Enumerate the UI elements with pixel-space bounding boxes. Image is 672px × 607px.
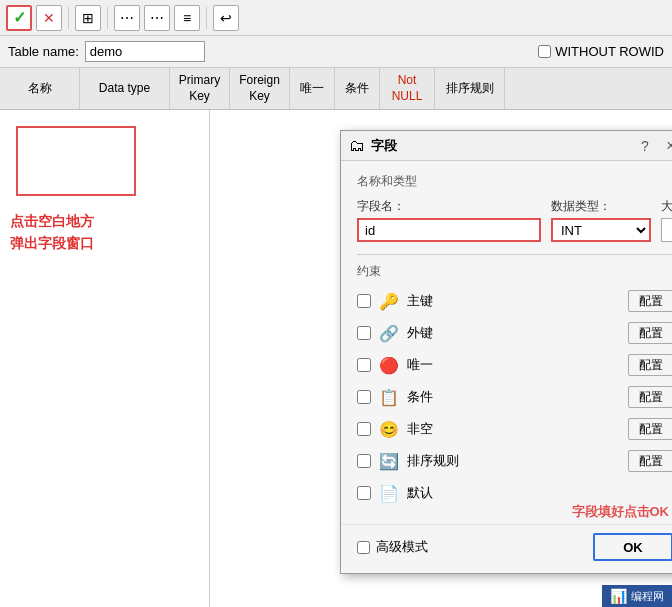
close-toolbar-button[interactable]: ✕ [36, 5, 62, 31]
check-icon: ✓ [13, 8, 26, 27]
dialog-footer: 高级模式 OK [341, 524, 672, 573]
col-header-sort: 排序规则 [435, 68, 505, 109]
main-window: ✓ ✕ ⊞ ⋯ ⋯ ≡ ↩ Table name: WITHOUT ROWID [0, 0, 672, 607]
condition-config-button[interactable]: 配置 [628, 386, 672, 408]
col-header-foreign: ForeignKey [230, 68, 290, 109]
default-icon: 📄 [379, 484, 399, 503]
datatype-select[interactable]: INT TEXT REAL BLOB NUMERIC [551, 218, 651, 242]
without-rowid-checkbox[interactable] [538, 45, 551, 58]
datatype-group: 数据类型： INT TEXT REAL BLOB NUMERIC [551, 198, 651, 242]
col-header-name: 名称 [0, 68, 80, 109]
not-null-checkbox[interactable] [357, 422, 371, 436]
extra-btn-1[interactable]: ⋯ [114, 5, 140, 31]
red-rectangle-annotation [16, 126, 136, 196]
size-group: 大小： ▲ ▼ , [661, 198, 672, 242]
col-header-datatype: Data type [80, 68, 170, 109]
primary-key-config-button[interactable]: 配置 [628, 290, 672, 312]
annotation-line-1: 点击空白地方 [10, 210, 94, 232]
col-header-condition: 条件 [335, 68, 380, 109]
dialog-close-button[interactable]: × [661, 136, 672, 156]
constraints-section-label: 约束 [357, 254, 672, 280]
condition-checkbox[interactable] [357, 390, 371, 404]
unique-config-button[interactable]: 配置 [628, 354, 672, 376]
toolbar: ✓ ✕ ⊞ ⋯ ⋯ ≡ ↩ [0, 0, 672, 36]
table-name-label: Table name: [8, 44, 79, 59]
unique-checkbox[interactable] [357, 358, 371, 372]
x-icon: ✕ [43, 10, 55, 26]
branding-bar: 📊 编程网 [602, 585, 672, 607]
without-rowid-area: WITHOUT ROWID [538, 44, 664, 59]
sort-rule-label: 排序规则 [407, 452, 620, 470]
ok-button[interactable]: OK [593, 533, 672, 561]
field-name-group: 字段名： [357, 198, 541, 242]
table-name-row: Table name: WITHOUT ROWID [0, 36, 672, 68]
foreign-key-label: 外键 [407, 324, 620, 342]
dialog-help-button[interactable]: ? [635, 136, 655, 156]
not-null-config-button[interactable]: 配置 [628, 418, 672, 440]
sort-rule-config-button[interactable]: 配置 [628, 450, 672, 472]
size-inputs: ▲ ▼ , ▲ ▼ [661, 218, 672, 242]
constraint-row-sort-rule: 🔄 排序规则 配置 [357, 448, 672, 474]
confirm-button[interactable]: ✓ [6, 5, 32, 31]
sort-rule-checkbox[interactable] [357, 454, 371, 468]
col-header-notnull: NotNULL [380, 68, 435, 109]
extra-icon-2: ⋯ [150, 10, 164, 26]
not-null-text: NotNULL [392, 73, 423, 104]
foreign-key-config-button[interactable]: 配置 [628, 322, 672, 344]
field-dialog: 🗂 字段 ? × 名称和类型 字段名： 数据类型： [340, 130, 672, 574]
dialog-titlebar: 🗂 字段 ? × [341, 131, 672, 161]
condition-label: 条件 [407, 388, 620, 406]
advanced-mode-label: 高级模式 [376, 538, 428, 556]
dialog-title-icon: 🗂 [349, 137, 365, 155]
branding-icon: 📊 [610, 588, 627, 604]
primary-key-label: 主键 [407, 292, 620, 310]
extra-btn-2[interactable]: ⋯ [144, 5, 170, 31]
separator-2 [107, 7, 108, 29]
unique-label: 唯一 [407, 356, 620, 374]
dialog-body: 名称和类型 字段名： 数据类型： INT TEXT REAL [341, 161, 672, 524]
separator-1 [68, 7, 69, 29]
primary-key-checkbox[interactable] [357, 294, 371, 308]
table-button[interactable]: ⊞ [75, 5, 101, 31]
primary-key-icon: 🔑 [379, 292, 399, 311]
col-header-unique: 唯一 [290, 68, 335, 109]
extra-icon-1: ⋯ [120, 10, 134, 26]
constraint-row-default: 📄 默认 字段填好点击OK [357, 480, 672, 506]
undo-icon: ↩ [220, 10, 232, 26]
fill-ok-annotation: 字段填好点击OK [572, 503, 670, 521]
size-spinner-1: ▲ ▼ [661, 218, 672, 242]
primary-key-text: PrimaryKey [179, 73, 220, 104]
column-headers: 名称 Data type PrimaryKey ForeignKey 唯一 条件… [0, 68, 672, 110]
field-name-label: 字段名： [357, 198, 541, 215]
constraint-row-foreign-key: 🔗 外键 配置 [357, 320, 672, 346]
constraint-row-not-null: 😊 非空 配置 [357, 416, 672, 442]
content-area: 点击空白地方 弹出字段窗口 🗂 字段 ? × 名称和类型 [0, 110, 672, 607]
dialog-title-text: 字段 [371, 137, 629, 155]
constraint-row-condition: 📋 条件 配置 [357, 384, 672, 410]
advanced-mode-checkbox[interactable] [357, 541, 370, 554]
constraint-row-primary-key: 🔑 主键 配置 [357, 288, 672, 314]
sort-rule-icon: 🔄 [379, 452, 399, 471]
default-label: 默认 [407, 484, 672, 502]
undo-button[interactable]: ↩ [213, 5, 239, 31]
datatype-label: 数据类型： [551, 198, 651, 215]
foreign-key-text: ForeignKey [239, 73, 280, 104]
not-null-label: 非空 [407, 420, 620, 438]
section-name-type-label: 名称和类型 [357, 173, 672, 190]
annotation-text: 点击空白地方 弹出字段窗口 [10, 210, 94, 255]
foreign-key-checkbox[interactable] [357, 326, 371, 340]
table-icon: ⊞ [82, 10, 94, 26]
field-name-input[interactable] [357, 218, 541, 242]
unique-icon: 🔴 [379, 356, 399, 375]
extra-btn-3[interactable]: ≡ [174, 5, 200, 31]
left-panel: 点击空白地方 弹出字段窗口 [0, 110, 210, 607]
field-name-row: 字段名： 数据类型： INT TEXT REAL BLOB NUMERIC [357, 198, 672, 242]
foreign-key-icon: 🔗 [379, 324, 399, 343]
condition-icon: 📋 [379, 388, 399, 407]
extra-icon-3: ≡ [183, 10, 191, 26]
constraint-row-unique: 🔴 唯一 配置 [357, 352, 672, 378]
without-rowid-label: WITHOUT ROWID [555, 44, 664, 59]
default-checkbox[interactable] [357, 486, 371, 500]
table-area: 🗂 字段 ? × 名称和类型 字段名： 数据类型： [210, 110, 672, 607]
table-name-input[interactable] [85, 41, 205, 62]
